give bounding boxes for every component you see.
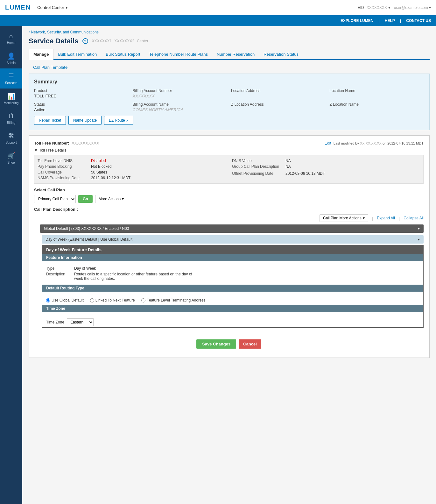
sidebar-item-shop[interactable]: 🛒 Shop [0,148,22,168]
support-icon: 🛠 [8,132,14,139]
nav-separator-2: | [400,18,401,23]
status-cell: Status Active [34,102,129,112]
explore-lumen-link[interactable]: EXPLORE LUMEN [341,18,373,23]
feature-details-box: Day of Week Feature Details Feature Info… [42,245,424,328]
routing-option-global[interactable]: Use Global Default [46,298,84,302]
sub-tabs: Call Plan Template [29,64,430,74]
home-icon: ⌂ [9,32,13,40]
control-center-button[interactable]: Control Center ▾ [37,5,68,10]
tab-bulk-edit[interactable]: Bulk Edit Termination [53,49,101,59]
help-link[interactable]: HELP [385,18,395,23]
call-plan-select[interactable]: Primary Call Plan [34,195,76,203]
tab-number-reservation[interactable]: Number Reservation [212,49,259,59]
breadcrumb-arrow: ‹ [29,30,30,34]
contact-us-link[interactable]: CONTACT US [406,18,431,23]
day-week-bar[interactable]: Day of Week (Eastern) Default | Use Glob… [42,235,424,244]
call-plan-desc-section: Call Plan Description : Call Plan More A… [34,207,424,328]
details-toggle[interactable]: ▼ Toll Free Details [34,148,424,153]
sidebar-item-support[interactable]: 🛠 Support [0,128,22,148]
chevron-down-icon: ▾ [66,5,68,10]
panel-scroll[interactable]: Toll Free Number: XXXXXXXXXX Edit Last m… [34,141,424,352]
external-link-icon: ↗ [126,119,129,122]
bottom-save-row: Save Changes Cancel [34,336,424,352]
tab-manage[interactable]: Manage [29,49,53,60]
tab-telephone-route[interactable]: Telephone Number Route Plans [145,49,212,59]
edit-link[interactable]: Edit [325,141,331,146]
feature-type-row: Type Day of Week [46,266,419,271]
toll-free-details-grid: Toll Free Level DNIS Disabled Pay Phone … [34,155,424,184]
summary-section: Summary Product TOLL FREE Billing Accoun… [29,74,430,130]
feature-info-section-title: Feature Information [42,254,423,261]
save-changes-button[interactable]: Save Changes [196,339,236,349]
cancel-main-button[interactable]: Cancel [239,339,261,349]
name-update-button[interactable]: Name Update [68,116,102,125]
routing-radio-global[interactable] [46,298,50,302]
minus-icon[interactable]: ▪ [34,227,36,232]
routing-options: Use Global Default Linked To Next Featur… [46,298,419,302]
routing-option-linked[interactable]: Linked To Next Feature [90,298,135,302]
sidebar-item-services[interactable]: ☰ Services [0,68,22,89]
timezone-section: Time Zone Eastern Central Mountain Pacif… [42,315,423,327]
tab-reservation-status[interactable]: Reservation Status [259,49,303,59]
toll-free-modified: Edit Last modified by XX.XX.XX.XX on 201… [325,141,424,146]
call-plan-dropdown-icon: ▾ [363,216,365,220]
tab-bulk-status[interactable]: Bulk Status Report [101,49,144,59]
top-bar: LUMEN Control Center ▾ EID XXXXXXXX ▾ us… [0,0,436,15]
sidebar-item-admin[interactable]: 👤 Admin [0,48,22,68]
separator-2: | [399,216,400,221]
collapse-all-link[interactable]: Collapse All [404,216,424,220]
toll-free-header: Toll Free Number: XXXXXXXXXX Edit Last m… [34,141,424,146]
summary-title: Summary [34,79,424,85]
feature-details-title: Day of Week Feature Details [42,245,423,254]
call-plan-actions-row: Call Plan More Actions ▾ | Expand All | … [34,214,424,222]
location-name-cell: Location Name [330,89,425,98]
admin-icon: 👤 [7,52,15,60]
global-default-row: ▪ Global Default | (303) XXXXXXXX / Enab… [34,224,424,234]
billing-icon: 🗒 [8,112,14,120]
logo: LUMEN [5,4,31,11]
routing-option-feature-level[interactable]: Feature Level Terminating Address [141,298,206,302]
global-default-bar[interactable]: Global Default | (303) XXXXXXXX / Enable… [40,224,424,233]
select-call-plan-section: Select Call Plan Primary Call Plan Go Mo… [34,188,424,203]
shop-icon: 🛒 [7,152,15,160]
dropdown-arrow-icon: ▾ [122,197,124,201]
sidebar-item-home[interactable]: ⌂ Home [0,29,22,48]
z-location-name-cell: Z Location Name [330,102,425,112]
main-panel: Toll Free Number: XXXXXXXXXX Edit Last m… [29,135,430,358]
billing-account-number-cell: Billing Account Number XXXXXXXX [133,89,228,98]
summary-actions: Repair Ticket Name Update EZ Route ↗ [34,116,424,125]
repair-ticket-button[interactable]: Repair Ticket [34,116,66,125]
expand-all-link[interactable]: Expand All [377,216,395,220]
main-tabs: Manage Bulk Edit Termination Bulk Status… [29,49,430,60]
toll-free-number-display: Toll Free Number: XXXXXXXXXX [34,141,99,146]
day-week-section: Day of Week (Eastern) Default | Use Glob… [42,235,424,328]
toggle-arrow-icon: ▼ [34,148,38,153]
timezone-select[interactable]: Eastern Central Mountain Pacific [67,318,94,326]
dnis-right-col: DNIS Value NA Group Call Plan Descriptio… [232,159,420,180]
sidebar-item-monitoring[interactable]: 📊 Monitoring [0,89,22,109]
billing-account-name-cell: Billing Account Name COMES NORTH AMERICA [133,102,228,112]
user-display: user@example.com ▾ [394,5,431,10]
help-circle-icon[interactable]: ? [82,38,88,44]
services-icon: ☰ [8,72,14,80]
summary-grid: Product TOLL FREE Billing Account Number… [34,89,424,112]
page-title-ids: XXXXXXX1 XXXXXXX2 Center [92,39,148,43]
feature-inner-scroll[interactable]: Feature Information Type Day of Week Des… [42,254,423,327]
timezone-section-title: Time Zone [42,305,423,312]
eid-chevron-icon: ▾ [388,5,390,10]
call-plan-more-actions-button[interactable]: Call Plan More Actions ▾ [320,214,368,222]
breadcrumb[interactable]: ‹ Network, Security, and Communications [29,30,430,34]
routing-section: Use Global Default Linked To Next Featur… [42,294,423,305]
routing-radio-feature-level[interactable] [141,298,145,302]
sidebar-item-billing[interactable]: 🗒 Billing [0,109,22,128]
go-button[interactable]: Go [78,195,93,203]
ez-route-button[interactable]: EZ Route ↗ [104,116,133,125]
sub-tab-call-plan-template[interactable]: Call Plan Template [29,63,72,72]
top-bar-right: EID XXXXXXXX ▾ user@example.com ▾ [358,5,431,10]
monitoring-icon: 📊 [7,92,15,100]
location-address-cell: Location Address [231,89,326,98]
user-chevron-icon: ▾ [429,5,431,10]
separator: | [372,216,373,221]
routing-radio-linked[interactable] [90,298,94,302]
more-actions-button[interactable]: More Actions ▾ [95,195,127,203]
